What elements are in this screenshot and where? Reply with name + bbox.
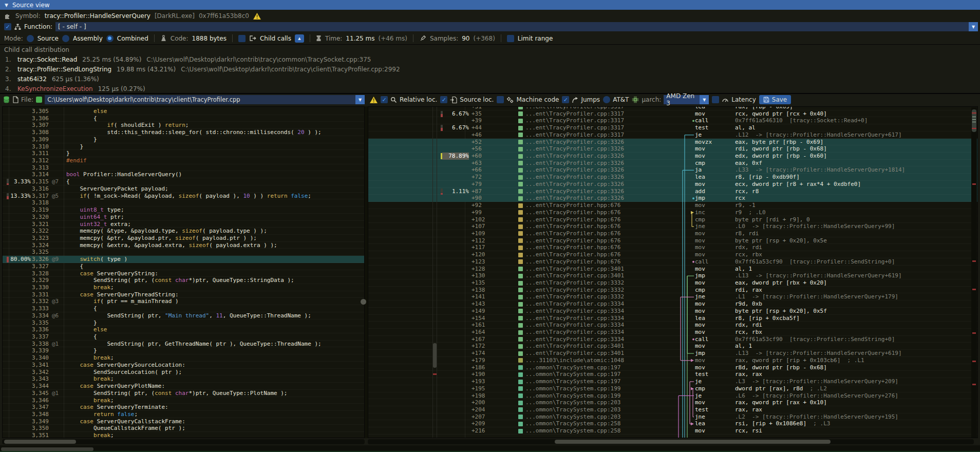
source-line[interactable]: 3,327 { <box>3 263 364 270</box>
source-loc-option[interactable]: ✓ Source loc. <box>440 96 494 103</box>
assembly-panel[interactable]: +31...ent\TracyProfiler.cpp:3317leardx, … <box>368 106 978 438</box>
mode-assembly-label[interactable]: Assembly <box>73 35 103 42</box>
source-line[interactable]: 3,305 else <box>3 108 364 115</box>
source-line[interactable]: 3,328 case ServerQueryString: <box>3 270 364 277</box>
mode-radio-source[interactable] <box>27 35 34 42</box>
source-line[interactable]: 3,324 memcpy( &extra, &payload.extra, si… <box>3 242 364 249</box>
asm-row[interactable]: +39...ent\TracyProfiler.cpp:3317call0x7f… <box>368 117 977 124</box>
asm-row[interactable]: +112...ent\TracyProfiler.hpp:676movbyte … <box>368 237 977 244</box>
child-call-item[interactable]: 1.tracy::Socket::Read25.25 ms (54.89%)C:… <box>0 54 980 64</box>
source-line[interactable]: 3,323 memcpy( &ptr, &payload.ptr, sizeof… <box>3 235 364 242</box>
asm-row[interactable]: +209...ommon\TracySystem.cpp:258learsi, … <box>368 420 977 427</box>
asm-row[interactable]: +204...ommon\TracySystem.cpp:203testrax,… <box>368 406 977 413</box>
source-line[interactable]: 3,310 } <box>3 143 364 150</box>
mode-radio-assembly[interactable] <box>62 35 69 42</box>
source-line[interactable]: 3,340 break; <box>3 354 364 362</box>
asm-row[interactable]: +79...ent\TracyProfiler.cpp:3326movecx, … <box>368 181 977 188</box>
machine-code-option[interactable]: Machine code <box>497 96 559 103</box>
asm-row[interactable]: +179....31103\include\atomic:1048movrax,… <box>368 357 977 364</box>
limit-range-checkbox[interactable] <box>507 35 514 42</box>
asm-row[interactable]: +216...ommon\TracySystem.cpp:258movrcx, … <box>368 427 977 435</box>
asm-row[interactable]: +31...ent\TracyProfiler.cpp:3317leardx, … <box>368 106 977 110</box>
file-combo[interactable]: C:\Users\wolf\Desktop\darkrl\contrib\tra… <box>45 95 365 104</box>
source-line[interactable]: 3,307 if( shouldExit ) return; <box>3 122 364 129</box>
asm-row[interactable]: +63...ent\TracyProfiler.cpp:3326cmpeax, … <box>368 160 977 167</box>
asm-row[interactable]: +167...ent\TracyProfiler.cpp:3334call0x7… <box>368 336 977 343</box>
asm-row[interactable]: +190...ommon\TracySystem.cpp:197testrax,… <box>368 371 977 378</box>
asm-row[interactable]: +195...ommon\TracySystem.cpp:199cmpdword… <box>368 385 977 392</box>
asm-row[interactable]: +72...ent\TracyProfiler.cpp:3326lear8, [… <box>368 174 977 181</box>
source-line[interactable]: 3.33%3,315@7{ <box>3 178 364 185</box>
source-hscrollbar-thumb[interactable] <box>4 440 76 444</box>
function-checkbox[interactable]: ✓ <box>4 23 11 30</box>
source-line[interactable]: 3,349 case ServerQueryCallstackFrame: <box>3 418 364 425</box>
uarch-combo-arrow-icon[interactable]: ▼ <box>700 95 709 104</box>
mode-combined-label[interactable]: Combined <box>117 35 148 42</box>
source-line[interactable]: 3,308 std::this_thread::sleep_for( std::… <box>3 129 364 136</box>
asm-row[interactable]: +99...ent\TracyProfiler.hpp:676incr9 ; .… <box>368 209 977 216</box>
asm-row[interactable]: +135...ent\TracyProfiler.cpp:3332moveax,… <box>368 279 977 287</box>
source-line[interactable]: 3,331 case ServerQueryThreadString: <box>3 291 364 298</box>
splitter-knob[interactable] <box>361 299 366 305</box>
source-line[interactable]: 3,338@1 SendString( ptr, GetThreadName( … <box>3 341 364 348</box>
source-line[interactable]: 3,343 break; <box>3 375 364 383</box>
source-line[interactable]: 3,339 } <box>3 347 364 354</box>
asm-row[interactable]: +207...ommon\TracySystem.cpp:203jne.L2 -… <box>368 413 977 421</box>
source-line[interactable]: 3,344 case ServerQueryPlotName: <box>3 383 364 390</box>
source-line[interactable]: 3,333 { <box>3 305 364 312</box>
relative-loc-option[interactable]: ✓ Relative loc. <box>381 96 437 103</box>
asm-row[interactable]: +52...ent\TracyProfiler.cpp:3326movzxeax… <box>368 139 977 146</box>
asm-row[interactable]: +46...ent\TracyProfiler.cpp:3317je.L12 -… <box>368 131 977 139</box>
source-line[interactable]: 3,306 { <box>3 115 364 122</box>
function-combo[interactable]: [ - self - ] ▼ <box>55 22 978 31</box>
asm-row[interactable]: +128...ent\TracyProfiler.cpp:3401moval, … <box>368 266 977 273</box>
child-call-item[interactable]: 3.stat64i32625 µs (1.36%) <box>0 74 980 84</box>
asm-row[interactable]: 6.67%+35...ent\TracyProfiler.cpp:3317mov… <box>368 110 977 118</box>
child-calls-checkbox[interactable] <box>238 35 246 42</box>
asm-row[interactable]: +117...ent\TracyProfiler.hpp:676movrdx, … <box>368 244 977 251</box>
source-line[interactable]: 3,348 return false; <box>3 411 364 418</box>
source-line[interactable]: 3,334@6 SendString( ptr, "Main thread", … <box>3 312 364 319</box>
save-button[interactable]: Save <box>759 95 791 104</box>
source-hscrollbar[interactable] <box>2 439 365 444</box>
mode-source-label[interactable]: Source <box>37 35 59 42</box>
file-combo-arrow-icon[interactable]: ▼ <box>355 95 365 104</box>
source-line[interactable]: 3,341 case ServerQuerySourceLocation: <box>3 362 364 369</box>
asm-row[interactable]: +92...ent\TracyProfiler.hpp:676movr9, -1 <box>368 202 977 209</box>
limit-range-label[interactable]: Limit range <box>518 35 553 42</box>
att-radio[interactable] <box>603 96 610 103</box>
source-line[interactable]: 3,318 <box>3 199 364 206</box>
source-line[interactable]: 3,311} <box>3 150 364 157</box>
source-line[interactable]: 3,347 case ServerQueryTerminate: <box>3 404 364 411</box>
source-line[interactable]: 3,336 else <box>3 326 364 333</box>
source-line[interactable]: 3,345@1 SendString( ptr, (const char*)pt… <box>3 390 364 397</box>
source-line[interactable]: 13.33%3,317@5 if( !m_sock->Read( &payloa… <box>3 193 364 200</box>
window-hscrollbar-thumb[interactable] <box>1 447 93 451</box>
asm-row[interactable]: +123...ent\TracyProfiler.hpp:676call0x7f… <box>368 258 977 266</box>
asm-row[interactable]: 6.67%+44...ent\TracyProfiler.cpp:3317tes… <box>368 124 977 131</box>
mini-scrollbar-thumb[interactable] <box>433 343 437 368</box>
source-line[interactable]: 3,322 memcpy( &type, &payload.type, size… <box>3 228 364 235</box>
relative-loc-checkbox[interactable]: ✓ <box>381 96 388 103</box>
source-panel[interactable]: 3,305 else3,306 {3,307 if( shouldExit ) … <box>2 106 365 438</box>
source-line[interactable]: 3,312#endif <box>3 157 364 164</box>
att-option[interactable]: AT&T <box>603 96 629 103</box>
source-line[interactable]: 3,309 } <box>3 136 364 143</box>
asm-row[interactable]: +193...ommon\TracySystem.cpp:197je.L3 ->… <box>368 378 977 385</box>
latency-checkbox[interactable] <box>712 96 719 103</box>
asm-row[interactable]: +138...ent\TracyProfiler.cpp:3332cmprdi,… <box>368 287 977 294</box>
asm-row[interactable]: +149...ent\TracyProfiler.cpp:3334movbyte… <box>368 308 977 315</box>
jumps-checkbox[interactable]: ✓ <box>562 96 569 103</box>
child-call-item[interactable]: 4.KeSynchronizeExecution125 µs (0.27%) <box>0 84 980 93</box>
machine-code-checkbox[interactable] <box>497 96 504 103</box>
source-line[interactable]: 3,330 break; <box>3 284 364 291</box>
asm-hscrollbar[interactable] <box>368 439 974 444</box>
source-line[interactable]: 80.00%3,326@9 switch( type ) <box>3 256 364 263</box>
child-calls-label[interactable]: Child calls <box>260 35 291 42</box>
latency-option[interactable]: Latency <box>712 96 756 103</box>
asm-scrollbar-thumb[interactable] <box>972 109 976 132</box>
asm-row[interactable]: +154...ent\TracyProfiler.cpp:3334lear8, … <box>368 315 977 322</box>
asm-row[interactable]: +198...ommon\TracySystem.cpp:199je.L6 ->… <box>368 392 977 400</box>
asm-row[interactable]: +56...ent\TracyProfiler.cpp:3326movrdi, … <box>368 145 977 153</box>
uarch-combo[interactable]: AMD Zen 3 ▼ <box>664 95 709 104</box>
